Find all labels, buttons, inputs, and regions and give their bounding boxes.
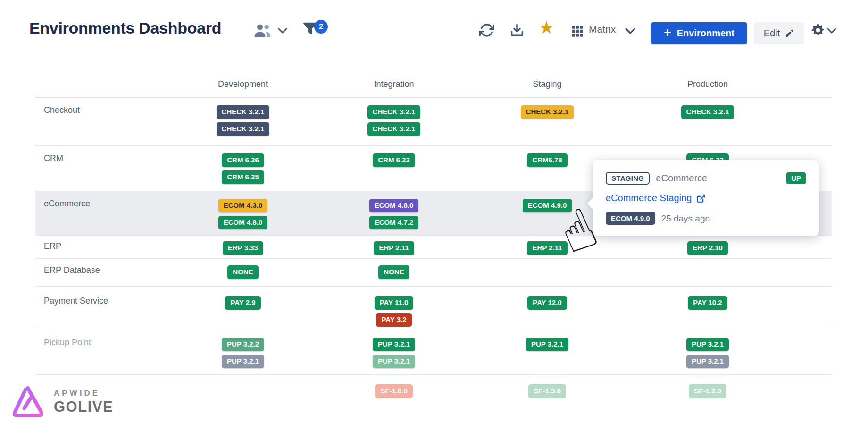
cell-staging: SF-1.3.0 [469,384,625,415]
cell-integration: CHECK 3.2.1CHECK 3.2.1 [318,105,469,145]
version-badge[interactable]: SF-1.0.0 [375,384,413,398]
people-icon [253,23,272,38]
application-name: Pickup Point [35,338,167,374]
cell-development: CHECK 3.2.1CHECK 3.2.1 [167,105,318,145]
version-badge[interactable]: ERP 2.10 [687,241,728,255]
brand-line-apwide: APWIDE [54,389,113,398]
people-chevron-down-icon[interactable] [277,27,288,34]
version-badge[interactable]: CHECK 3.2.1 [217,122,270,136]
filter-count-badge[interactable]: 2 [314,20,328,34]
cell-integration: NONE [318,265,469,286]
plus-icon: + [664,26,671,39]
cell-development: ECOM 4.3.0ECOM 4.8.0 [167,199,318,235]
settings-chevron-down-icon[interactable] [826,27,837,34]
environments-matrix: Development Integration Staging Producti… [35,71,832,415]
application-name: eCommerce [35,199,167,235]
version-badge[interactable]: PUP 3.2.1 [526,338,568,351]
cell-development: PUP 3.2.2PUP 3.2.1 [167,338,318,374]
version-badge[interactable]: CRM 6.23 [373,153,415,167]
environments-dashboard: Environments Dashboard 2 ★ [0,0,868,425]
cell-integration: CRM 6.23 [318,153,469,191]
cell-integration: ECOM 4.8.0ECOM 4.7.2 [318,199,469,235]
environment-link-label: eCommerce Staging [606,193,692,204]
pencil-icon [785,29,794,38]
column-header-staging: Staging [469,79,625,89]
version-badge[interactable]: PAY 10.2 [688,296,727,310]
download-icon [509,23,525,38]
export-button[interactable] [509,23,525,38]
cell-production: SF-1.2.0 [625,384,790,415]
version-badge[interactable]: ECOM 4.8.0 [369,199,419,212]
favorite-star-icon[interactable]: ★ [539,19,554,36]
environment-link[interactable]: eCommerce Staging [606,193,806,204]
table-row: Pickup Point PUP 3.2.2PUP 3.2.1 PUP 3.2.… [35,328,832,375]
version-badge[interactable]: PUP 3.2.1 [686,338,729,351]
cell-staging: PUP 3.2.1 [469,338,625,374]
version-badge[interactable]: NONE [378,265,409,279]
version-badge[interactable]: ERP 2.11 [527,241,567,255]
table-row: ERP ERP 3.33 ERP 2.11 ERP 2.11 ERP 2.10 [35,236,832,259]
cell-staging [469,265,625,286]
environment-type-badge: STAGING [606,172,650,185]
version-badge[interactable]: PAY 11.0 [375,296,414,310]
page-title: Environments Dashboard [29,19,221,37]
version-badge[interactable]: ECOM 4.7.2 [369,216,419,230]
tooltip-application-name: eCommerce [656,173,707,184]
version-badge[interactable]: CHECK 3.2.1 [521,105,574,119]
cell-production: CHECK 3.2.1 [625,105,790,145]
version-badge[interactable]: PUP 3.2.2 [222,338,264,351]
application-name: ERP [35,241,167,258]
cell-production [625,265,790,286]
version-badge[interactable]: ERP 2.11 [374,241,414,255]
column-header-integration: Integration [318,79,469,89]
version-badge[interactable]: PAY 12.0 [527,296,567,310]
version-badge[interactable]: PUP 3.2.1 [373,355,415,368]
add-environment-button[interactable]: + Environment [651,22,747,44]
edit-button[interactable]: Edit [754,22,804,44]
version-badge[interactable]: SF-1.2.0 [689,384,726,398]
cell-development: ERP 3.33 [167,241,318,258]
version-badge[interactable]: SF-1.3.0 [528,384,566,398]
version-badge[interactable]: ECOM 4.3.0 [218,199,268,212]
cell-staging: PAY 12.0 [469,296,625,328]
table-row: Payment Service PAY 2.9 PAY 11.0PAY 3.2 … [35,287,832,328]
deployed-time-ago: 25 days ago [661,213,710,224]
version-badge[interactable]: CRM 6.26 [222,153,264,167]
settings-button[interactable] [810,23,826,38]
version-badge[interactable]: PUP 3.2.1 [373,338,415,351]
version-badge[interactable]: CHECK 3.2.1 [367,105,421,119]
golive-triangle-icon [10,383,45,420]
cell-production: PAY 10.2 [625,296,790,328]
view-chevron-down-icon[interactable] [625,27,636,34]
edit-label: Edit [764,28,780,39]
version-badge[interactable]: CHECK 3.2.1 [217,105,270,119]
version-badge[interactable]: PUP 3.2.1 [686,355,729,368]
application-name: ERP Database [35,265,167,286]
cell-staging: ERP 2.11 [469,241,625,258]
status-badge: UP [786,172,806,184]
cell-production: ERP 2.10 [625,241,790,258]
external-link-icon [696,194,706,203]
cell-development [167,384,318,415]
people-selector[interactable] [253,23,272,38]
version-badge[interactable]: CRM6.78 [527,153,567,167]
version-badge[interactable]: PAY 3.2 [376,313,411,327]
view-selector-matrix[interactable]: Matrix [589,24,616,35]
version-badge[interactable]: CHECK 3.2.1 [367,122,421,136]
version-badge[interactable]: ERP 3.33 [223,241,263,255]
version-badge[interactable]: NONE [227,265,258,279]
version-badge[interactable]: ECOM 4.8.0 [218,216,268,230]
refresh-button[interactable] [479,23,494,38]
column-header-development: Development [167,79,318,89]
cell-integration: SF-1.0.0 [318,384,469,415]
version-badge[interactable]: ECOM 4.9.0 [523,199,572,212]
version-badge[interactable]: PUP 3.2.1 [222,355,264,368]
view-grid-icon[interactable] [571,25,584,38]
add-environment-label: Environment [677,28,734,39]
version-badge[interactable]: CHECK 3.2.1 [681,105,734,119]
version-badge[interactable]: CRM 6.25 [222,170,264,184]
version-badge[interactable]: PAY 2.9 [225,296,260,310]
apwide-golive-logo: APWIDE GOLIVE [10,383,113,420]
table-row: SF-1.0.0 SF-1.3.0 SF-1.2.0 [35,375,832,415]
cell-integration: PAY 11.0PAY 3.2 [318,296,469,328]
